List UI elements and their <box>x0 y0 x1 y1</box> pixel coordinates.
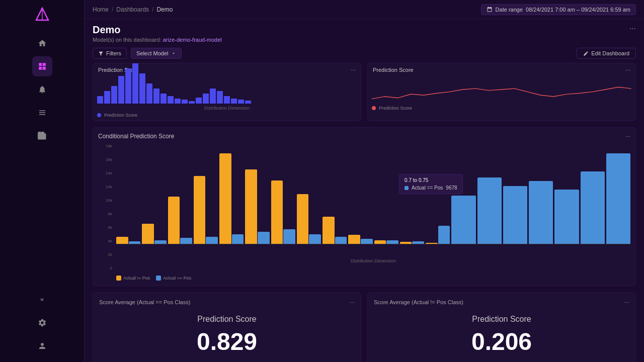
tooltip-color <box>405 186 409 190</box>
bar-group <box>142 224 166 244</box>
app-logo <box>33 6 51 24</box>
score-right-metric: Prediction Score <box>472 315 531 324</box>
bar-orange <box>426 243 438 244</box>
mini-bar <box>132 63 138 104</box>
sidebar-item-alerts[interactable] <box>32 79 52 100</box>
legend-sq-blue <box>156 276 161 281</box>
page-more-button[interactable]: ··· <box>629 24 636 33</box>
top-right-svg <box>372 75 631 104</box>
bar-group <box>426 226 450 244</box>
sidebar-item-models[interactable] <box>32 103 52 123</box>
bar-blue <box>283 229 295 244</box>
tooltip-title: 0.7 to 0.75 <box>405 177 457 183</box>
mini-bar <box>97 96 103 104</box>
bar-group <box>348 235 372 244</box>
date-range-label: Date range <box>496 7 523 13</box>
date-range-button[interactable]: Date range 08/24/2021 7:00 am – 09/24/20… <box>481 4 636 15</box>
y-label-2k: 2k <box>108 252 112 257</box>
select-model-button[interactable]: Select Model <box>131 48 182 59</box>
mini-bar <box>104 91 110 104</box>
bar-group <box>194 176 218 244</box>
mini-bar <box>224 96 230 104</box>
main-content: Home / Dashboards / Demo Date range 08/2… <box>85 0 644 362</box>
sidebar-item-collapse[interactable] <box>32 290 52 310</box>
mini-bar <box>118 76 124 104</box>
bar-blue <box>554 190 579 244</box>
breadcrumb-current: Demo <box>156 6 173 13</box>
mini-bar <box>146 83 152 104</box>
y-label-6k: 6k <box>108 225 112 230</box>
edit-dashboard-button[interactable]: Edit Dashboard <box>577 48 636 59</box>
score-right-value: 0.206 <box>471 328 532 355</box>
cps-legend: Actual != Pos Actual == Pos <box>116 276 630 281</box>
sidebar-item-dashboards[interactable] <box>32 56 52 76</box>
bar-group <box>297 194 321 244</box>
page-subtitle: Model(s) on this dashboard: arize-demo-f… <box>93 37 222 43</box>
bar-group <box>323 217 347 244</box>
score-card-right-more[interactable]: ··· <box>624 299 629 306</box>
y-label-0: 0 <box>110 266 112 270</box>
y-label-10k: 10k <box>106 198 112 203</box>
mini-bar <box>111 86 117 104</box>
top-right-more-button[interactable]: ··· <box>625 66 630 73</box>
score-card-left-more[interactable]: ··· <box>350 299 355 306</box>
bar-blue <box>180 238 192 244</box>
bar-blue <box>386 240 398 244</box>
bar-orange <box>142 224 154 244</box>
bar-group <box>581 171 605 244</box>
calendar-icon <box>487 7 493 13</box>
bar-blue <box>232 234 244 244</box>
y-label-18k: 18k <box>106 144 112 148</box>
bar-group <box>477 177 502 244</box>
score-card-left-content: Prediction Score 0.829 <box>99 310 355 360</box>
breadcrumb-dashboards[interactable]: Dashboards <box>116 6 149 13</box>
bar-orange <box>297 194 309 244</box>
top-right-chart-header: Prediction Score ··· <box>368 63 635 75</box>
bar-orange <box>219 153 231 244</box>
bar-blue <box>335 237 347 244</box>
top-right-legend-dot <box>372 106 376 110</box>
y-label-12k: 12k <box>106 185 112 189</box>
bar-orange <box>168 197 180 244</box>
chart-tooltip: 0.7 to 0.75 Actual == Pos 9678 <box>399 174 463 194</box>
top-left-bar-chart <box>93 75 361 106</box>
score-card-left-header: Score Average (Actual == Pos Class) ··· <box>99 299 355 306</box>
sidebar <box>0 0 85 362</box>
legend-actual-neg: Actual != Pos <box>116 276 150 281</box>
mini-bar <box>231 99 237 104</box>
filter-label: Filters <box>106 50 121 56</box>
top-left-more-button[interactable]: ··· <box>351 66 356 73</box>
model-link[interactable]: arize-demo-fraud-model <box>163 37 221 43</box>
top-header: Home / Dashboards / Demo Date range 08/2… <box>85 0 644 19</box>
mini-bar <box>139 73 145 104</box>
date-range-value: 08/24/2021 7:00 am – 09/24/2021 6:59 am <box>526 7 630 13</box>
score-card-right-content: Prediction Score 0.206 <box>374 310 629 360</box>
dashboard-content: Prediction Score ··· Distribution Dimens… <box>85 63 644 362</box>
breadcrumb: Home / Dashboards / Demo <box>93 6 173 13</box>
bar-orange <box>323 217 335 244</box>
breadcrumb-home[interactable]: Home <box>93 6 109 13</box>
toolbar-left: Filters Select Model <box>93 48 182 59</box>
bar-orange <box>116 237 128 244</box>
cps-bars-container <box>116 144 630 244</box>
sidebar-item-user[interactable] <box>32 336 52 356</box>
y-label-8k: 8k <box>108 212 112 216</box>
cps-more-button[interactable]: ··· <box>625 133 630 140</box>
bar-orange <box>245 169 257 244</box>
top-right-legend: Prediction Score <box>368 106 635 114</box>
page-header: Demo Model(s) on this dashboard: arize-d… <box>85 19 644 46</box>
sidebar-bottom <box>32 290 52 362</box>
cps-header: Conditional Prediction Score ··· <box>98 133 630 140</box>
sidebar-item-home[interactable] <box>32 33 52 53</box>
tooltip-label: Actual == Pos <box>412 185 443 191</box>
top-right-chart: Prediction Score ··· Prediction Score <box>367 63 636 121</box>
sidebar-item-settings[interactable] <box>32 313 52 333</box>
sidebar-item-datasets[interactable] <box>32 126 52 146</box>
toolbar: Filters Select Model Edit Dashboard <box>85 46 644 63</box>
bar-group <box>271 180 295 244</box>
page-title-area: Demo Model(s) on this dashboard: arize-d… <box>93 24 222 43</box>
bar-blue <box>412 241 424 244</box>
bar-group <box>374 240 398 244</box>
filter-button[interactable]: Filters <box>93 48 127 59</box>
top-left-legend: Prediction Score <box>93 113 361 121</box>
